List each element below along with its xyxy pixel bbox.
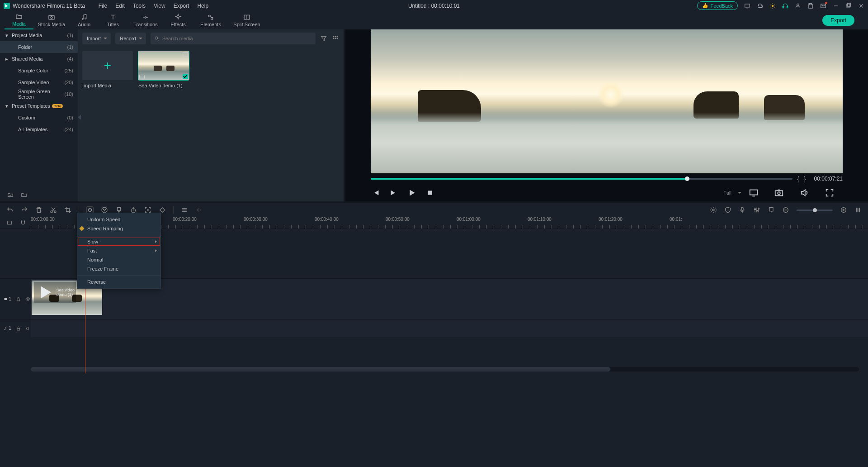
eye-icon[interactable]: [25, 296, 31, 302]
preview-video[interactable]: [371, 29, 843, 173]
export-button[interactable]: Export: [822, 15, 854, 26]
expand-icon[interactable]: [183, 52, 188, 57]
sidebar-sample-green[interactable]: Sample Green Screen(10): [0, 88, 78, 100]
ctx-speed-ramping[interactable]: Speed Ramping: [77, 224, 160, 233]
list-icon[interactable]: [181, 206, 188, 214]
sidebar-sample-color[interactable]: Sample Color(25): [0, 65, 78, 76]
tab-split-screen[interactable]: Split Screen: [229, 11, 265, 29]
tab-stock-media[interactable]: Stock Media: [33, 11, 70, 29]
save-icon[interactable]: [807, 3, 814, 9]
speaker-icon[interactable]: [25, 326, 31, 331]
snapshot-icon[interactable]: [774, 188, 784, 198]
menu-edit[interactable]: Edit: [115, 3, 125, 9]
lock-icon[interactable]: [16, 326, 21, 331]
tab-media[interactable]: Media: [5, 11, 33, 29]
feedback-button[interactable]: 👍 FeedBack: [697, 1, 738, 10]
sidebar-sample-video[interactable]: Sample Video(20): [0, 76, 78, 88]
settings-icon[interactable]: [710, 206, 717, 214]
close-icon[interactable]: [858, 3, 864, 9]
svg-point-13: [208, 15, 210, 17]
media-tile-clip1[interactable]: Sea Video demo (1): [138, 51, 189, 88]
tab-elements[interactable]: Elements: [193, 11, 229, 29]
svg-rect-47: [7, 221, 11, 224]
volume-icon[interactable]: [799, 188, 809, 198]
zoom-out-icon[interactable]: [782, 206, 789, 214]
audio-track[interactable]: 1: [0, 319, 868, 337]
tab-audio[interactable]: Audio: [70, 11, 99, 29]
mark-out-icon[interactable]: }: [804, 175, 806, 182]
ctx-normal[interactable]: Normal: [77, 255, 160, 264]
svg-point-37: [712, 209, 714, 211]
mail-icon[interactable]: [820, 3, 826, 9]
search-input[interactable]: [162, 36, 312, 41]
scrub-knob[interactable]: [685, 176, 689, 181]
ctx-uniform-speed[interactable]: Uniform Speed: [77, 215, 160, 224]
menu-view[interactable]: View: [154, 3, 165, 9]
record-dropdown[interactable]: Record: [115, 33, 146, 44]
shield-icon[interactable]: [724, 206, 731, 214]
mic-icon[interactable]: [739, 206, 746, 214]
menu-tools[interactable]: Tools: [133, 3, 146, 9]
timeline-scrollbar[interactable]: [31, 367, 859, 372]
svg-point-26: [778, 192, 780, 195]
cut-icon[interactable]: [50, 206, 57, 214]
scrub-bar[interactable]: [371, 178, 793, 180]
idea-icon[interactable]: [769, 3, 776, 9]
zoom-knob[interactable]: [813, 208, 817, 212]
next-frame-button[interactable]: [389, 188, 399, 198]
zoom-in-icon[interactable]: [840, 206, 847, 214]
search-media[interactable]: [151, 33, 316, 44]
maximize-icon[interactable]: [845, 3, 852, 9]
menu-help[interactable]: Help: [197, 3, 208, 9]
delete-icon[interactable]: [35, 206, 42, 214]
fit-icon[interactable]: [6, 219, 13, 226]
sidebar-custom[interactable]: Custom(0): [0, 112, 78, 124]
sidebar-preset-templates[interactable]: ▾Preset TemplatesBeta: [0, 100, 78, 112]
marker-icon[interactable]: [768, 206, 775, 214]
sidebar-collapse-handle[interactable]: [78, 114, 81, 120]
cloud-icon[interactable]: [757, 3, 763, 9]
minimize-icon[interactable]: [833, 3, 839, 9]
zoom-slider[interactable]: [797, 210, 833, 211]
support-icon[interactable]: [782, 3, 788, 9]
display-icon[interactable]: [749, 188, 759, 198]
filter-icon[interactable]: [320, 35, 327, 42]
crop-icon[interactable]: [64, 206, 71, 214]
check-icon: [183, 74, 188, 79]
play-button[interactable]: [407, 188, 417, 198]
quality-dropdown[interactable]: Full: [723, 190, 741, 195]
tab-effects[interactable]: Effects: [164, 11, 193, 29]
ctx-slow[interactable]: Slow: [77, 237, 160, 246]
add-folder-icon[interactable]: [7, 192, 14, 198]
menu-export[interactable]: Export: [174, 3, 189, 9]
mixer-icon[interactable]: [753, 206, 760, 214]
waveform-icon[interactable]: [195, 206, 203, 214]
tab-transitions[interactable]: Transitions: [127, 11, 164, 29]
user-icon[interactable]: [795, 3, 801, 9]
scrollbar-thumb[interactable]: [31, 367, 610, 372]
stop-button[interactable]: [425, 188, 435, 198]
mark-in-icon[interactable]: {: [797, 175, 799, 182]
fullscreen-icon[interactable]: [825, 188, 835, 198]
tab-titles[interactable]: Titles: [99, 11, 127, 29]
sidebar-shared-media[interactable]: ▸Shared Media(4): [0, 53, 78, 65]
magnet-icon[interactable]: [20, 219, 26, 226]
screen-icon[interactable]: [744, 3, 750, 9]
zoom-fit-icon[interactable]: [854, 206, 862, 214]
menu-file[interactable]: File: [99, 3, 107, 9]
prev-frame-button[interactable]: [371, 188, 381, 198]
import-media-tile[interactable]: + Import Media: [82, 51, 133, 88]
ctx-fast[interactable]: Fast: [77, 246, 160, 255]
import-dropdown[interactable]: Import: [82, 33, 111, 44]
ctx-freeze[interactable]: Freeze Frame: [77, 264, 160, 273]
sidebar-folder[interactable]: Folder(1): [0, 41, 78, 53]
ctx-reverse[interactable]: Reverse: [77, 277, 160, 286]
lock-icon[interactable]: [16, 296, 21, 302]
undo-icon[interactable]: [6, 206, 14, 214]
ruler-label: 00:01:20:00: [599, 217, 623, 222]
redo-icon[interactable]: [21, 206, 28, 214]
open-folder-icon[interactable]: [21, 192, 27, 198]
grid-icon[interactable]: [332, 35, 339, 42]
sidebar-project-media[interactable]: ▾Project Media(1): [0, 29, 78, 41]
sidebar-all-templates[interactable]: All Templates(24): [0, 124, 78, 135]
